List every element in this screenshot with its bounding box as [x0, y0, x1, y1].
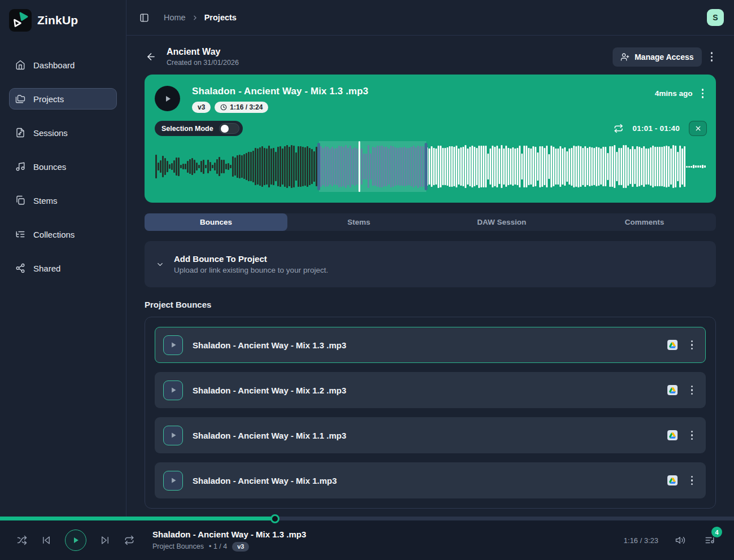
tab-daw-session[interactable]: DAW Session	[430, 213, 573, 231]
project-more-button[interactable]	[707, 49, 716, 64]
waveform-bar	[602, 147, 604, 186]
waveform-bar	[645, 148, 647, 185]
previous-track-button[interactable]	[39, 533, 54, 548]
selection-mode-toggle[interactable]	[219, 123, 239, 134]
waveform-bar	[196, 163, 198, 170]
waveform-bar	[596, 147, 597, 186]
card-play-button[interactable]	[155, 86, 180, 111]
bounce-play-button[interactable]	[163, 426, 183, 445]
bounce-row[interactable]: Shaladon - Ancient Way - Mix 1.mp3	[155, 462, 706, 498]
play-button[interactable]	[65, 530, 86, 551]
waveform-bar	[702, 165, 704, 168]
sidebar-item-label: Shared	[33, 264, 60, 273]
selection-start-handle[interactable]	[317, 143, 320, 190]
waveform-bar	[514, 148, 516, 185]
bounce-more-button[interactable]	[688, 428, 697, 443]
waveform-bar	[176, 158, 177, 176]
sidebar-item-shared[interactable]: Shared	[9, 257, 117, 279]
waveform-bar	[523, 146, 525, 188]
bounce-more-button[interactable]	[688, 473, 697, 488]
waveform-bar	[191, 158, 193, 175]
tab-bounces[interactable]: Bounces	[145, 213, 287, 231]
waveform-bar	[270, 148, 272, 185]
next-track-button[interactable]	[98, 533, 112, 548]
bounce-more-button[interactable]	[688, 383, 697, 398]
seek-bar[interactable]	[0, 517, 734, 520]
waveform-bar	[456, 146, 457, 187]
repeat-button[interactable]	[122, 533, 137, 548]
waveform-bar	[246, 153, 247, 181]
tab-bar: Bounces Stems DAW Session Comments	[145, 213, 716, 231]
tab-comments[interactable]: Comments	[573, 213, 716, 231]
sidebar-item-label: Sessions	[33, 128, 68, 138]
volume-button[interactable]	[673, 533, 688, 548]
sidebar-item-sessions[interactable]: Sessions	[9, 122, 117, 143]
waveform-bar	[480, 146, 482, 187]
uploaded-ago: 4mins ago	[655, 89, 693, 98]
waveform-bar	[160, 160, 161, 173]
bounce-row[interactable]: Shaladon - Ancient Way - Mix 1.1 .mp3	[155, 417, 706, 453]
waveform-bar	[546, 146, 548, 187]
waveform-bar	[447, 147, 448, 186]
waveform-bar	[609, 146, 611, 187]
waveform-bar	[485, 146, 487, 187]
waveform-bar	[686, 166, 688, 168]
sidebar-item-dashboard[interactable]: Dashboard	[9, 54, 117, 76]
waveform-bar	[435, 148, 437, 184]
breadcrumb-home[interactable]: Home	[164, 13, 186, 22]
sidebar-item-collections[interactable]: Collections	[9, 224, 117, 245]
sidebar-item-label: Collections	[33, 230, 75, 239]
waveform-bar	[587, 148, 588, 185]
avatar[interactable]: S	[707, 9, 724, 26]
waveform-bar	[198, 165, 200, 169]
waveform-bar	[550, 146, 552, 188]
sidebar-toggle-button[interactable]	[137, 11, 151, 25]
bounce-play-button[interactable]	[163, 335, 183, 355]
waveform-bar	[663, 146, 665, 187]
skip-forward-icon	[100, 535, 110, 545]
bounce-title: Shaladon - Ancient Way - Mix 1.mp3	[193, 476, 337, 485]
waveform-bar	[494, 147, 496, 186]
sidebar-item-projects[interactable]: Projects	[9, 88, 117, 110]
waveform-bar	[266, 148, 268, 185]
waveform-bar	[611, 146, 613, 187]
waveform-bar	[164, 158, 166, 176]
waveform-bar	[505, 146, 507, 187]
selection-mode-label: Selection Mode	[161, 125, 213, 133]
waveform-bar	[460, 147, 462, 186]
back-button[interactable]	[145, 50, 158, 63]
waveform-bar	[216, 159, 218, 174]
bounce-more-button[interactable]	[688, 338, 697, 353]
bounce-play-button[interactable]	[163, 471, 183, 491]
tab-stems[interactable]: Stems	[287, 213, 430, 231]
bounce-row[interactable]: Shaladon - Ancient Way - Mix 1.2 .mp3	[155, 372, 706, 408]
waveform-bar	[275, 152, 277, 181]
playhead[interactable]	[359, 141, 360, 192]
bounce-play-button[interactable]	[163, 380, 183, 400]
waveform-selection-region[interactable]	[319, 141, 426, 192]
waveform-bar	[532, 146, 534, 187]
selection-end-handle[interactable]	[425, 143, 427, 190]
music-note-icon	[15, 161, 25, 172]
waveform-bar	[541, 146, 543, 187]
seek-handle[interactable]	[270, 514, 279, 523]
time-badge: 1:16 / 3:24	[215, 102, 268, 113]
manage-access-button[interactable]: Manage Access	[613, 47, 702, 67]
clear-selection-button[interactable]	[689, 121, 707, 136]
card-more-button[interactable]	[698, 86, 707, 101]
selection-range-label: 01:01 - 01:40	[632, 124, 680, 133]
sidebar-item-bounces[interactable]: Bounces	[9, 156, 117, 177]
loop-selection-button[interactable]	[614, 124, 623, 133]
add-bounce-expander[interactable]: Add Bounce To Project Upload or link exi…	[145, 241, 716, 287]
waveform-bar	[530, 148, 532, 185]
bounce-row[interactable]: Shaladon - Ancient Way - Mix 1.3 .mp3	[155, 327, 706, 363]
waveform-bar	[444, 148, 446, 185]
sidebar-item-stems[interactable]: Stems	[9, 190, 117, 211]
waveform-bar	[282, 148, 283, 185]
selection-mode-control[interactable]: Selection Mode	[155, 121, 243, 136]
shuffle-button[interactable]	[15, 533, 29, 548]
bounce-list: Shaladon - Ancient Way - Mix 1.3 .mp3 Sh…	[145, 317, 716, 509]
waveform[interactable]	[155, 143, 707, 190]
waveform-bar	[295, 152, 297, 181]
list-tree-icon	[15, 229, 25, 239]
